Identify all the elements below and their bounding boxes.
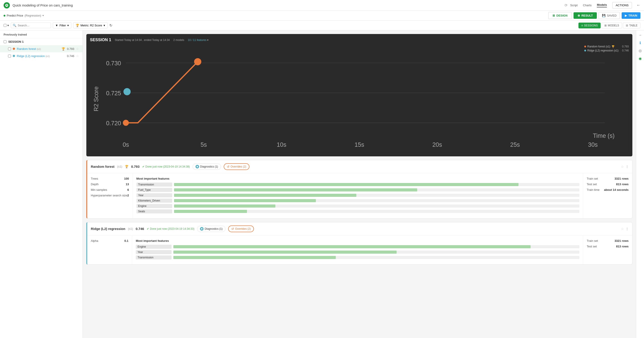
sidebar-item-ridge[interactable]: Ridge (L2) regression (s1) 0.746 ☆ (0, 52, 82, 60)
models-view-button[interactable]: ⊞ MODELS (602, 22, 622, 28)
predict-type: (Regression) (24, 14, 41, 17)
top-bar: Quick modeling of Price on cars_training… (0, 0, 644, 11)
ridge-features: Most important features Engine Year Tran… (132, 236, 583, 264)
ridge-star-button[interactable]: ☆ (621, 227, 624, 231)
rf-more-button[interactable]: ⋮ (626, 165, 628, 168)
design-icon: ⊞ (552, 14, 555, 17)
filter-chevron-icon: ▾ (67, 24, 69, 27)
right-circle-icon-1[interactable]: ◎ (639, 48, 642, 53)
ridge-diagnostics-dot (200, 227, 204, 231)
ridge-param-alpha: Alpha 0.1 (91, 239, 128, 242)
ridge-feature-engine: Engine (136, 245, 579, 249)
sidebar-item-random-forest[interactable]: Random forest (s1) 🏆 0.793 ☆ (0, 45, 82, 52)
train-button[interactable]: ▶ TRAIN (622, 12, 640, 19)
predict-name: Predict Price (7, 14, 23, 17)
ridge-overrides-button[interactable]: ↺ Overrides (2) (228, 226, 254, 232)
star-icon-1[interactable]: ☆ (76, 47, 79, 50)
predict-label: Predict Price (Regression) ▾ (4, 14, 44, 17)
ridge-card-body: Alpha 0.1 Most important features Engine… (87, 236, 632, 264)
table-view-button[interactable]: ⊟ TABLE (623, 22, 640, 28)
rf-feature-transmission: Transmission (136, 182, 579, 186)
nav-charts[interactable]: Charts (583, 4, 592, 7)
app-logo[interactable] (4, 2, 10, 8)
model-name-2: Ridge (L2) regression (s1) (17, 54, 65, 58)
model-dot-orange (13, 48, 15, 50)
rf-star-button[interactable]: ☆ (621, 165, 624, 168)
legend-item-rf: Random forest (s1) 🏆 0.793 (584, 45, 629, 48)
ridge-card-status: ✔ Done just now (2023-04-19 14:34:33) (147, 227, 194, 230)
svg-text:10s: 10s (277, 141, 286, 148)
session-models-count: 2 models (173, 38, 184, 42)
search-wrap: 🔍 (11, 22, 51, 28)
session-chart-meta: Started Today at 14:34 , ended Today at … (115, 38, 170, 42)
svg-text:25s: 25s (510, 141, 520, 148)
trophy-icon-1: 🏆 (62, 47, 65, 50)
refresh-button[interactable]: ↻ (110, 23, 112, 28)
session-checkbox[interactable] (4, 40, 6, 43)
select-all-checkbox[interactable] (4, 24, 6, 27)
result-button[interactable]: ⊕ RESULT (574, 12, 597, 19)
right-circle-icon-2[interactable]: ◉ (639, 56, 642, 60)
sessions-icon: ≡ (581, 24, 583, 27)
model-checkbox-1[interactable] (8, 48, 11, 50)
svg-rect-0 (90, 45, 629, 153)
rf-diagnostics-button[interactable]: Diagnostics (1) (192, 164, 221, 170)
search-input[interactable] (18, 24, 49, 27)
filter-button[interactable]: ▼ Filter ▾ (53, 22, 71, 28)
rf-card-score: 0.793 (131, 165, 140, 168)
rf-stat-train: Train set 3321 rows (587, 177, 628, 180)
rf-card-session: (s1) (117, 165, 122, 168)
sync-icon[interactable]: ⟳ (564, 3, 568, 8)
ridge-diagnostics-button[interactable]: Diagnostics (1) (197, 226, 226, 232)
svg-text:15s: 15s (354, 141, 364, 148)
main-layout: Previously trained SESSION 1 Random fore… (0, 30, 644, 338)
sidebar: Previously trained SESSION 1 Random fore… (0, 30, 83, 338)
metric-selector[interactable]: 🏆 Metric: R2 Score ▾ (73, 22, 108, 28)
session-chart-card: SESSION 1 Started Today at 14:34 , ended… (86, 34, 632, 156)
legend-dot-rf (584, 46, 586, 48)
sessions-view-button[interactable]: ≡ SESSIONS (578, 22, 600, 28)
rf-overrides-button[interactable]: ↺ Overrides (2) (224, 163, 250, 170)
ridge-card: Ridge (L2) regression (s1) 0.746 ✔ Done … (86, 222, 632, 265)
session-features[interactable]: 10 / 11 features ▾ (188, 38, 209, 42)
legend-score-rf: 0.793 (620, 45, 629, 48)
checkmark-icon-ridge: ✔ (147, 227, 149, 230)
back-button[interactable]: ← (636, 3, 640, 8)
select-all-chevron[interactable]: ▾ (8, 24, 9, 27)
svg-point-16 (123, 120, 129, 126)
checkmark-icon: ✔ (142, 165, 144, 168)
legend-label-rf: Random forest (s1) (588, 45, 610, 48)
diagnostics-dot (196, 165, 199, 168)
right-info-icon[interactable]: ℹ (640, 41, 641, 45)
design-button[interactable]: ⊞ DESIGN (548, 12, 572, 19)
nav-models[interactable]: Models (597, 3, 607, 8)
result-icon: ⊕ (578, 14, 580, 17)
legend-dot-ridge (584, 50, 586, 52)
grid-icon: ⊞ (604, 24, 607, 27)
rf-features: Most important features Transmission Fue… (133, 173, 583, 218)
model-dot-teal (13, 55, 15, 57)
ridge-override-icon: ↺ (231, 227, 234, 231)
model-score-2: 0.746 (67, 54, 74, 58)
ridge-more-button[interactable]: ⋮ (626, 227, 628, 230)
sub-nav: Predict Price (Regression) ▾ ⊞ DESIGN ⊕ … (0, 11, 644, 20)
saved-button[interactable]: 💾 SAVED (598, 12, 620, 19)
ridge-params: Alpha 0.1 (87, 236, 132, 264)
star-icon-2[interactable]: ☆ (76, 54, 79, 58)
predict-dot (4, 15, 5, 16)
svg-text:R2 Score: R2 Score (93, 86, 100, 112)
rf-features-title: Most important features (136, 177, 579, 180)
right-arrow-icon[interactable]: → (638, 33, 642, 37)
trophy-icon: 🏆 (76, 24, 79, 27)
rf-stat-test: Test set 813 rows (587, 182, 628, 186)
predict-chevron-icon[interactable]: ▾ (42, 14, 44, 17)
model-checkbox-2[interactable] (8, 54, 11, 58)
rf-feature-fuel: Fuel_Type (136, 188, 579, 192)
nav-script[interactable]: Script (570, 4, 578, 7)
session-chart-header: SESSION 1 Started Today at 14:34 , ended… (90, 38, 629, 42)
rf-params: Trees 100 Depth 13 Min samples 6 Hyperpa… (87, 173, 133, 218)
actions-button[interactable]: ACTIONS (612, 2, 632, 8)
save-icon: 💾 (602, 14, 606, 17)
rf-card-body: Trees 100 Depth 13 Min samples 6 Hyperpa… (87, 173, 632, 218)
svg-text:0.725: 0.725 (106, 90, 121, 97)
